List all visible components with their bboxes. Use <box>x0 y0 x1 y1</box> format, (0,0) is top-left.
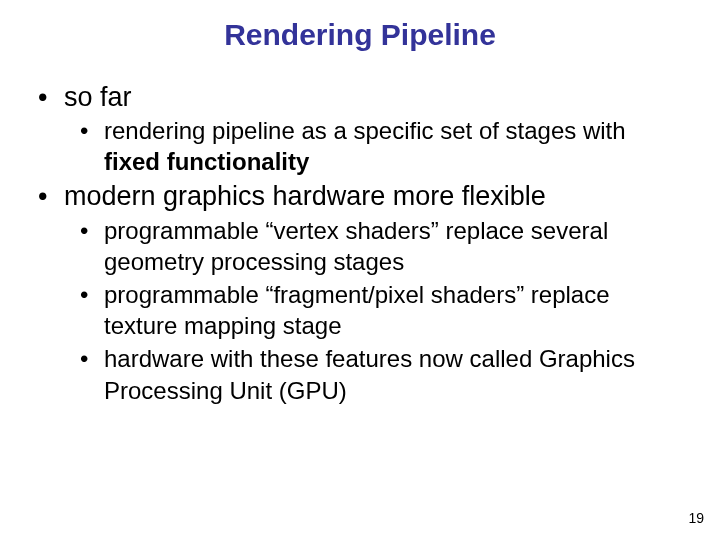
bullet-modern: modern graphics hardware more flexible p… <box>36 179 684 405</box>
page-number: 19 <box>688 510 704 526</box>
bullet-text: programmable “fragment/pixel shaders” re… <box>104 281 610 339</box>
bullet-list-level-2: rendering pipeline as a specific set of … <box>64 115 684 177</box>
bullet-list-level-2: programmable “vertex shaders” replace se… <box>64 215 684 406</box>
slide: Rendering Pipeline so far rendering pipe… <box>0 0 720 540</box>
bullet-text: programmable “vertex shaders” replace se… <box>104 217 608 275</box>
bullet-list-level-1: so far rendering pipeline as a specific … <box>36 80 684 406</box>
bullet-text-bold: fixed functionality <box>104 148 309 175</box>
bullet-modern-sub-1: programmable “vertex shaders” replace se… <box>80 215 684 277</box>
bullet-modern-sub-2: programmable “fragment/pixel shaders” re… <box>80 279 684 341</box>
slide-title: Rendering Pipeline <box>36 18 684 52</box>
bullet-text: so far <box>64 82 132 112</box>
bullet-modern-sub-3: hardware with these features now called … <box>80 343 684 405</box>
bullet-text: rendering pipeline as a specific set of … <box>104 117 626 144</box>
bullet-text: modern graphics hardware more flexible <box>64 181 546 211</box>
bullet-so-far: so far rendering pipeline as a specific … <box>36 80 684 177</box>
bullet-text: hardware with these features now called … <box>104 345 635 403</box>
bullet-so-far-sub-1: rendering pipeline as a specific set of … <box>80 115 684 177</box>
